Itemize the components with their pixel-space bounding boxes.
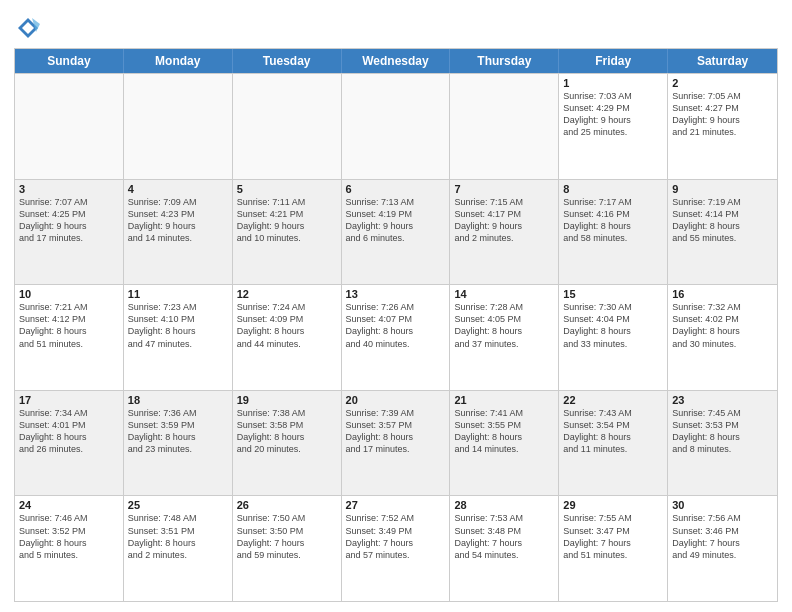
header-day-monday: Monday bbox=[124, 49, 233, 73]
calendar-cell bbox=[450, 74, 559, 179]
cell-info: Sunrise: 7:46 AM Sunset: 3:52 PM Dayligh… bbox=[19, 512, 119, 561]
calendar-row-1: 1Sunrise: 7:03 AM Sunset: 4:29 PM Daylig… bbox=[15, 73, 777, 179]
day-number: 29 bbox=[563, 499, 663, 511]
day-number: 10 bbox=[19, 288, 119, 300]
calendar-cell: 5Sunrise: 7:11 AM Sunset: 4:21 PM Daylig… bbox=[233, 180, 342, 285]
header-day-wednesday: Wednesday bbox=[342, 49, 451, 73]
calendar-cell: 25Sunrise: 7:48 AM Sunset: 3:51 PM Dayli… bbox=[124, 496, 233, 601]
calendar-cell: 26Sunrise: 7:50 AM Sunset: 3:50 PM Dayli… bbox=[233, 496, 342, 601]
calendar-cell: 22Sunrise: 7:43 AM Sunset: 3:54 PM Dayli… bbox=[559, 391, 668, 496]
calendar-cell: 19Sunrise: 7:38 AM Sunset: 3:58 PM Dayli… bbox=[233, 391, 342, 496]
calendar-cell: 18Sunrise: 7:36 AM Sunset: 3:59 PM Dayli… bbox=[124, 391, 233, 496]
cell-info: Sunrise: 7:53 AM Sunset: 3:48 PM Dayligh… bbox=[454, 512, 554, 561]
cell-info: Sunrise: 7:34 AM Sunset: 4:01 PM Dayligh… bbox=[19, 407, 119, 456]
calendar-row-4: 17Sunrise: 7:34 AM Sunset: 4:01 PM Dayli… bbox=[15, 390, 777, 496]
cell-info: Sunrise: 7:48 AM Sunset: 3:51 PM Dayligh… bbox=[128, 512, 228, 561]
calendar-header: SundayMondayTuesdayWednesdayThursdayFrid… bbox=[15, 49, 777, 73]
calendar-cell: 3Sunrise: 7:07 AM Sunset: 4:25 PM Daylig… bbox=[15, 180, 124, 285]
cell-info: Sunrise: 7:28 AM Sunset: 4:05 PM Dayligh… bbox=[454, 301, 554, 350]
header-day-tuesday: Tuesday bbox=[233, 49, 342, 73]
calendar-cell: 20Sunrise: 7:39 AM Sunset: 3:57 PM Dayli… bbox=[342, 391, 451, 496]
calendar-body: 1Sunrise: 7:03 AM Sunset: 4:29 PM Daylig… bbox=[15, 73, 777, 601]
calendar-cell: 15Sunrise: 7:30 AM Sunset: 4:04 PM Dayli… bbox=[559, 285, 668, 390]
cell-info: Sunrise: 7:21 AM Sunset: 4:12 PM Dayligh… bbox=[19, 301, 119, 350]
day-number: 26 bbox=[237, 499, 337, 511]
calendar-cell: 16Sunrise: 7:32 AM Sunset: 4:02 PM Dayli… bbox=[668, 285, 777, 390]
day-number: 11 bbox=[128, 288, 228, 300]
day-number: 16 bbox=[672, 288, 773, 300]
calendar-cell: 29Sunrise: 7:55 AM Sunset: 3:47 PM Dayli… bbox=[559, 496, 668, 601]
day-number: 7 bbox=[454, 183, 554, 195]
header bbox=[14, 10, 778, 42]
calendar-cell: 30Sunrise: 7:56 AM Sunset: 3:46 PM Dayli… bbox=[668, 496, 777, 601]
calendar-cell bbox=[342, 74, 451, 179]
calendar-cell: 4Sunrise: 7:09 AM Sunset: 4:23 PM Daylig… bbox=[124, 180, 233, 285]
cell-info: Sunrise: 7:55 AM Sunset: 3:47 PM Dayligh… bbox=[563, 512, 663, 561]
calendar-cell: 1Sunrise: 7:03 AM Sunset: 4:29 PM Daylig… bbox=[559, 74, 668, 179]
header-day-sunday: Sunday bbox=[15, 49, 124, 73]
page: SundayMondayTuesdayWednesdayThursdayFrid… bbox=[0, 0, 792, 612]
day-number: 17 bbox=[19, 394, 119, 406]
cell-info: Sunrise: 7:43 AM Sunset: 3:54 PM Dayligh… bbox=[563, 407, 663, 456]
header-day-friday: Friday bbox=[559, 49, 668, 73]
day-number: 19 bbox=[237, 394, 337, 406]
calendar-cell: 28Sunrise: 7:53 AM Sunset: 3:48 PM Dayli… bbox=[450, 496, 559, 601]
calendar-row-2: 3Sunrise: 7:07 AM Sunset: 4:25 PM Daylig… bbox=[15, 179, 777, 285]
calendar-cell: 7Sunrise: 7:15 AM Sunset: 4:17 PM Daylig… bbox=[450, 180, 559, 285]
day-number: 24 bbox=[19, 499, 119, 511]
calendar-cell: 21Sunrise: 7:41 AM Sunset: 3:55 PM Dayli… bbox=[450, 391, 559, 496]
calendar-row-3: 10Sunrise: 7:21 AM Sunset: 4:12 PM Dayli… bbox=[15, 284, 777, 390]
calendar-cell: 14Sunrise: 7:28 AM Sunset: 4:05 PM Dayli… bbox=[450, 285, 559, 390]
calendar-cell bbox=[15, 74, 124, 179]
calendar-cell: 11Sunrise: 7:23 AM Sunset: 4:10 PM Dayli… bbox=[124, 285, 233, 390]
day-number: 13 bbox=[346, 288, 446, 300]
day-number: 22 bbox=[563, 394, 663, 406]
day-number: 1 bbox=[563, 77, 663, 89]
calendar-cell: 9Sunrise: 7:19 AM Sunset: 4:14 PM Daylig… bbox=[668, 180, 777, 285]
header-day-saturday: Saturday bbox=[668, 49, 777, 73]
cell-info: Sunrise: 7:05 AM Sunset: 4:27 PM Dayligh… bbox=[672, 90, 773, 139]
day-number: 15 bbox=[563, 288, 663, 300]
cell-info: Sunrise: 7:26 AM Sunset: 4:07 PM Dayligh… bbox=[346, 301, 446, 350]
calendar: SundayMondayTuesdayWednesdayThursdayFrid… bbox=[14, 48, 778, 602]
day-number: 3 bbox=[19, 183, 119, 195]
calendar-cell: 27Sunrise: 7:52 AM Sunset: 3:49 PM Dayli… bbox=[342, 496, 451, 601]
day-number: 5 bbox=[237, 183, 337, 195]
day-number: 6 bbox=[346, 183, 446, 195]
cell-info: Sunrise: 7:39 AM Sunset: 3:57 PM Dayligh… bbox=[346, 407, 446, 456]
cell-info: Sunrise: 7:36 AM Sunset: 3:59 PM Dayligh… bbox=[128, 407, 228, 456]
day-number: 20 bbox=[346, 394, 446, 406]
cell-info: Sunrise: 7:38 AM Sunset: 3:58 PM Dayligh… bbox=[237, 407, 337, 456]
cell-info: Sunrise: 7:17 AM Sunset: 4:16 PM Dayligh… bbox=[563, 196, 663, 245]
day-number: 30 bbox=[672, 499, 773, 511]
calendar-cell: 8Sunrise: 7:17 AM Sunset: 4:16 PM Daylig… bbox=[559, 180, 668, 285]
day-number: 23 bbox=[672, 394, 773, 406]
calendar-cell: 24Sunrise: 7:46 AM Sunset: 3:52 PM Dayli… bbox=[15, 496, 124, 601]
cell-info: Sunrise: 7:24 AM Sunset: 4:09 PM Dayligh… bbox=[237, 301, 337, 350]
cell-info: Sunrise: 7:09 AM Sunset: 4:23 PM Dayligh… bbox=[128, 196, 228, 245]
day-number: 12 bbox=[237, 288, 337, 300]
calendar-cell bbox=[124, 74, 233, 179]
calendar-row-5: 24Sunrise: 7:46 AM Sunset: 3:52 PM Dayli… bbox=[15, 495, 777, 601]
logo bbox=[14, 14, 46, 42]
calendar-cell: 2Sunrise: 7:05 AM Sunset: 4:27 PM Daylig… bbox=[668, 74, 777, 179]
cell-info: Sunrise: 7:23 AM Sunset: 4:10 PM Dayligh… bbox=[128, 301, 228, 350]
day-number: 4 bbox=[128, 183, 228, 195]
calendar-cell: 13Sunrise: 7:26 AM Sunset: 4:07 PM Dayli… bbox=[342, 285, 451, 390]
calendar-cell bbox=[233, 74, 342, 179]
cell-info: Sunrise: 7:45 AM Sunset: 3:53 PM Dayligh… bbox=[672, 407, 773, 456]
calendar-cell: 12Sunrise: 7:24 AM Sunset: 4:09 PM Dayli… bbox=[233, 285, 342, 390]
day-number: 28 bbox=[454, 499, 554, 511]
cell-info: Sunrise: 7:19 AM Sunset: 4:14 PM Dayligh… bbox=[672, 196, 773, 245]
cell-info: Sunrise: 7:50 AM Sunset: 3:50 PM Dayligh… bbox=[237, 512, 337, 561]
day-number: 25 bbox=[128, 499, 228, 511]
cell-info: Sunrise: 7:13 AM Sunset: 4:19 PM Dayligh… bbox=[346, 196, 446, 245]
calendar-cell: 10Sunrise: 7:21 AM Sunset: 4:12 PM Dayli… bbox=[15, 285, 124, 390]
cell-info: Sunrise: 7:07 AM Sunset: 4:25 PM Dayligh… bbox=[19, 196, 119, 245]
day-number: 21 bbox=[454, 394, 554, 406]
cell-info: Sunrise: 7:32 AM Sunset: 4:02 PM Dayligh… bbox=[672, 301, 773, 350]
day-number: 2 bbox=[672, 77, 773, 89]
cell-info: Sunrise: 7:11 AM Sunset: 4:21 PM Dayligh… bbox=[237, 196, 337, 245]
day-number: 27 bbox=[346, 499, 446, 511]
day-number: 9 bbox=[672, 183, 773, 195]
